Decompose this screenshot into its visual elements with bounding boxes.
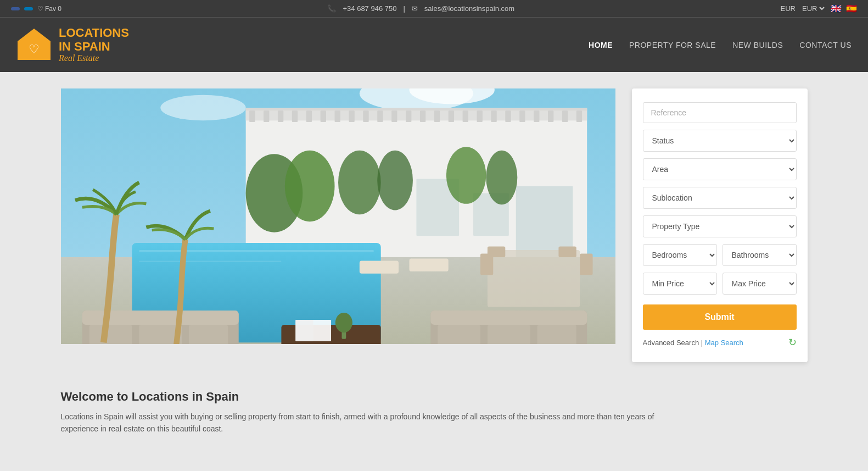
svg-rect-16 (349, 110, 354, 122)
svg-rect-27 (505, 110, 511, 122)
separator: | (403, 4, 405, 13)
svg-point-41 (486, 151, 517, 204)
status-select[interactable]: Status For Sale For Rent Sold (643, 130, 797, 152)
nav-property-for-sale[interactable]: PROPERTY FOR SALE (629, 41, 716, 49)
phone-number: +34 687 946 750 (343, 4, 396, 13)
map-search-link[interactable]: Map Search (705, 339, 743, 347)
advanced-search-label: Advanced Search (643, 339, 699, 347)
svg-rect-31 (562, 110, 567, 122)
email-address: sales@locationsinspain.com (424, 4, 514, 13)
svg-rect-45 (139, 261, 281, 262)
svg-rect-25 (477, 110, 482, 122)
svg-rect-15 (334, 110, 340, 122)
logo-text: LOCATIONS IN SPAIN Real Estate (59, 26, 129, 63)
nav-new-builds[interactable]: NEW BUILDS (732, 41, 783, 49)
svg-rect-48 (487, 250, 579, 307)
svg-rect-50 (487, 247, 505, 257)
search-footer: Advanced Search | Map Search ↻ (643, 336, 797, 348)
svg-rect-12 (292, 110, 297, 122)
currency-select[interactable]: EUR GBP USD (800, 4, 826, 13)
max-price-select[interactable]: Max Price 200,000 500,000 1,000,000 2,00… (723, 273, 797, 295)
svg-rect-9 (249, 110, 255, 122)
nav-home[interactable]: HOME (589, 41, 613, 49)
linkedin-button[interactable] (24, 7, 33, 10)
top-bar-right: EUR EUR GBP USD 🇬🇧 🇪🇸 (781, 3, 857, 14)
min-price-select[interactable]: Min Price 50,000 100,000 200,000 500,000 (643, 273, 717, 295)
welcome-section: Welcome to Locations in Spain Locations … (50, 379, 819, 457)
bathrooms-select[interactable]: Bathrooms 1 2 3 4 5+ (723, 244, 797, 266)
top-bar-left: ♡ Fav 0 (11, 5, 61, 13)
svg-rect-13 (306, 110, 311, 122)
separator: | (701, 339, 705, 347)
svg-rect-64 (430, 311, 587, 325)
welcome-title: Welcome to Locations in Spain (61, 390, 808, 404)
header: ♡ LOCATIONS IN SPAIN Real Estate HOME PR… (0, 17, 868, 72)
refresh-icon[interactable]: ↻ (788, 336, 797, 348)
svg-rect-20 (406, 110, 411, 122)
facebook-button[interactable] (11, 7, 20, 10)
svg-rect-26 (491, 110, 496, 122)
main-nav: HOME PROPERTY FOR SALE NEW BUILDS CONTAC… (589, 41, 852, 49)
beds-baths-row: Bedrooms 1 2 3 4 5+ Bathrooms 1 2 3 4 5+ (643, 244, 797, 266)
svg-rect-32 (576, 110, 581, 122)
top-bar-center: 📞 +34 687 946 750 | ✉ sales@locationsins… (327, 4, 514, 13)
svg-rect-24 (462, 110, 468, 122)
svg-rect-60 (295, 320, 313, 341)
svg-rect-30 (547, 110, 553, 122)
svg-rect-52 (558, 247, 576, 257)
svg-point-62 (335, 313, 352, 333)
bedrooms-select[interactable]: Bedrooms 1 2 3 4 5+ (643, 244, 717, 266)
svg-rect-29 (534, 110, 539, 122)
svg-rect-21 (419, 110, 425, 122)
logo-subtitle: Real Estate (59, 53, 129, 63)
sublocation-select[interactable]: Sublocation Marbella Malaga Benidorm (643, 187, 797, 209)
search-panel: Status For Sale For Rent Sold Area Costa… (632, 88, 808, 362)
svg-rect-11 (277, 110, 283, 122)
heart-icon: ♡ (37, 5, 43, 13)
area-select[interactable]: Area Costa del Sol Costa Blanca Mallorca (643, 158, 797, 180)
svg-rect-51 (580, 253, 592, 275)
svg-text:♡: ♡ (29, 42, 40, 56)
svg-point-37 (284, 151, 334, 221)
svg-rect-14 (320, 110, 326, 122)
nav-contact-us[interactable]: CONTACT US (799, 41, 852, 49)
hero-section (61, 88, 615, 362)
favorites-link[interactable]: ♡ Fav 0 (37, 5, 61, 13)
flag-es: 🇪🇸 (846, 3, 857, 14)
phone-icon: 📞 (327, 4, 336, 13)
submit-button[interactable]: Submit (643, 304, 797, 330)
main-content: Status For Sale For Rent Sold Area Costa… (50, 72, 819, 379)
svg-rect-47 (409, 259, 448, 271)
fav-label: Fav 0 (45, 5, 61, 13)
svg-point-40 (446, 147, 486, 204)
flag-uk: 🇬🇧 (831, 3, 842, 14)
currency-label: EUR (781, 4, 796, 13)
logo-title: LOCATIONS IN SPAIN (59, 26, 129, 53)
svg-rect-57 (189, 325, 228, 344)
svg-rect-28 (519, 110, 525, 122)
svg-rect-66 (487, 325, 530, 344)
svg-rect-22 (434, 110, 439, 122)
svg-rect-8 (245, 108, 587, 110)
svg-point-38 (338, 151, 381, 215)
svg-rect-23 (448, 110, 453, 122)
svg-point-39 (377, 151, 413, 210)
email-icon: ✉ (412, 4, 418, 13)
svg-rect-67 (537, 325, 576, 344)
hero-image (61, 88, 615, 344)
logo-area: ♡ LOCATIONS IN SPAIN Real Estate (16, 26, 129, 64)
svg-rect-55 (89, 325, 132, 344)
svg-rect-10 (264, 110, 269, 122)
welcome-body: Locations in Spain will assist you with … (61, 411, 665, 435)
svg-rect-19 (391, 110, 397, 122)
svg-rect-44 (139, 250, 373, 252)
search-footer-text: Advanced Search | Map Search (643, 339, 743, 347)
price-row: Min Price 50,000 100,000 200,000 500,000… (643, 273, 797, 295)
svg-point-5 (160, 95, 245, 121)
svg-rect-65 (438, 325, 480, 344)
svg-rect-18 (377, 110, 383, 122)
reference-input[interactable] (643, 102, 797, 123)
logo-icon: ♡ (16, 26, 52, 64)
property-type-select[interactable]: Property Type Apartment Villa Townhouse … (643, 215, 797, 237)
svg-rect-46 (359, 261, 398, 273)
